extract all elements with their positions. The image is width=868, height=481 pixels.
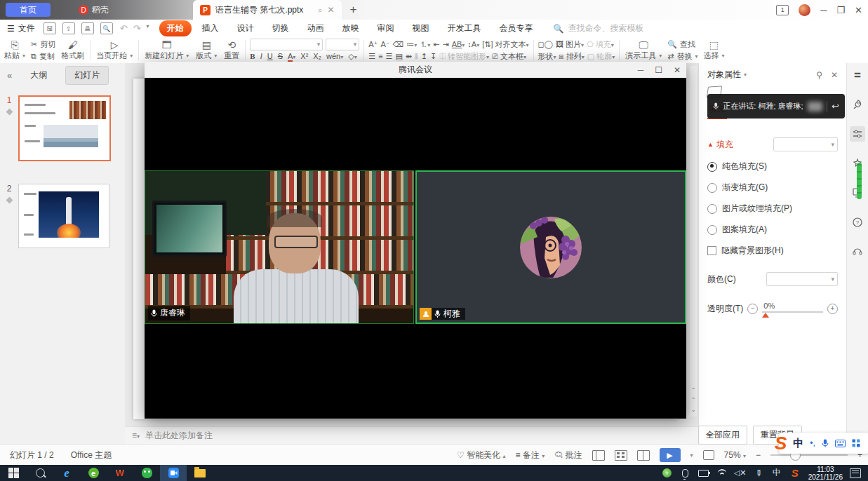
align-right-icon[interactable]: ☰: [386, 52, 393, 61]
zoom-out-button[interactable]: −: [756, 450, 761, 460]
shapes-button[interactable]: 形状▾: [538, 51, 556, 62]
shrink-font-icon[interactable]: A⁻: [380, 40, 389, 49]
arrange-button[interactable]: ⧈ 排列▾: [559, 51, 585, 62]
tray-ime-mode[interactable]: 中: [768, 465, 786, 481]
tray-battery-icon[interactable]: [695, 465, 713, 481]
tray-pen-icon[interactable]: ✎: [749, 465, 768, 481]
window-count-badge[interactable]: 1: [776, 5, 789, 15]
option-pattern-fill[interactable]: 图案填充(A): [707, 224, 838, 236]
tab-pin-icon[interactable]: ⌕: [318, 6, 322, 15]
taskbar-search-icon[interactable]: [27, 465, 53, 481]
new-slide-button[interactable]: 🗔 新建幻灯片▾: [143, 39, 190, 62]
font-size-dropdown[interactable]: ▾: [326, 39, 359, 50]
tab-design[interactable]: 设计: [229, 20, 262, 36]
collapse-arrow-icon[interactable]: ↩: [832, 101, 839, 111]
option-gradient-fill[interactable]: 渐变填充(G): [707, 182, 838, 194]
taskbar-clock[interactable]: 11:03 2021/11/26: [804, 466, 847, 481]
play-options-caret-icon[interactable]: ▾: [690, 452, 693, 459]
font-color-button[interactable]: A▾: [288, 52, 295, 60]
copy-button[interactable]: ⧉复制: [31, 50, 55, 62]
zoom-slider[interactable]: [770, 454, 848, 456]
file-explorer-icon[interactable]: [187, 465, 213, 481]
meeting-title-bar[interactable]: 腾讯会议 ─ ☐ ✕: [145, 62, 686, 78]
slideshow-play-button[interactable]: ▶: [660, 448, 681, 462]
sogou-logo-icon[interactable]: S: [775, 436, 787, 450]
play-from-current-button[interactable]: ▷ 当页开始▾: [95, 39, 134, 62]
beautify-button[interactable]: ♡ 智能美化 ▴: [457, 449, 505, 461]
tab-review[interactable]: 审阅: [370, 20, 402, 36]
scroll-up-icon[interactable]: ⌃: [690, 387, 697, 393]
panel-close-icon[interactable]: ✕: [831, 70, 838, 80]
toolbox-icon[interactable]: [852, 439, 860, 447]
browser-360-icon[interactable]: e: [80, 465, 107, 481]
fill-preset-dropdown[interactable]: ▾: [773, 137, 838, 151]
cut-button[interactable]: ✂剪切: [31, 39, 55, 50]
customer-service-icon[interactable]: [850, 244, 865, 259]
reset-button[interactable]: ⟲ 重置: [222, 39, 241, 62]
account-avatar[interactable]: [799, 4, 810, 16]
comments-button[interactable]: 🗬 批注: [554, 449, 582, 461]
scroll-prev-icon[interactable]: ⌃: [690, 397, 697, 403]
columns-icon[interactable]: ⫴: [415, 52, 418, 61]
sogou-input-bar[interactable]: S 中 •,: [779, 433, 868, 454]
line-spacing-icon[interactable]: ↕A▾: [467, 40, 479, 48]
apply-all-button[interactable]: 全部应用: [698, 426, 747, 445]
para-up-icon[interactable]: ↥: [421, 52, 427, 61]
option-picture-fill[interactable]: 图片或纹理填充(P): [707, 203, 838, 215]
notes-toggle-button[interactable]: ≡ 备注 ▾: [516, 449, 545, 461]
clear-format-icon[interactable]: ⌫: [393, 40, 404, 49]
tab-member[interactable]: 会员专享: [492, 20, 541, 36]
new-tab-button[interactable]: +: [350, 3, 357, 17]
text-box-button[interactable]: ⎚ 文本框▾: [492, 51, 526, 62]
reading-view-icon[interactable]: [637, 450, 650, 461]
tab-start[interactable]: 开始: [159, 20, 192, 36]
present-tools-button[interactable]: 🖵 演示工具▾: [624, 39, 663, 62]
fill-button[interactable]: ⬠ 填充▾: [587, 39, 614, 50]
justify-icon[interactable]: ▤: [395, 52, 402, 61]
pinyin-button[interactable]: wén▾: [326, 52, 343, 60]
tab-docer[interactable]: D 稻壳: [79, 4, 109, 16]
more-caret-icon[interactable]: ▾: [147, 23, 149, 34]
canvas-scrollbar[interactable]: ⌃ ⌃ ⌄: [690, 66, 697, 416]
transparency-plus-button[interactable]: +: [827, 304, 838, 314]
close-button[interactable]: ✕: [855, 5, 862, 15]
tray-wifi-icon[interactable]: [713, 465, 731, 481]
drag-handle-icon[interactable]: 〓: [850, 67, 865, 83]
tab-slides[interactable]: 幻灯片: [65, 66, 109, 85]
align-text-button[interactable]: [⇅] 对齐文本▾: [482, 39, 528, 50]
tray-volume-muted-icon[interactable]: ◁✕: [731, 465, 749, 481]
print-icon[interactable]: 🖶: [81, 22, 94, 34]
tab-insert[interactable]: 插入: [194, 20, 227, 36]
collapse-panel-icon[interactable]: «: [7, 70, 12, 81]
section-collapse-icon[interactable]: ▲: [707, 141, 714, 148]
export-icon[interactable]: ⇪: [62, 22, 75, 34]
restore-button[interactable]: ❐: [836, 5, 845, 15]
tray-360-icon[interactable]: +: [658, 465, 676, 481]
start-button[interactable]: [0, 465, 27, 481]
bullets-icon[interactable]: ≔▾: [406, 40, 417, 49]
slide-thumbnail-1[interactable]: [18, 95, 111, 161]
tencent-meeting-window[interactable]: 腾讯会议 ─ ☐ ✕: [145, 62, 686, 419]
tab-close-icon[interactable]: ✕: [328, 5, 335, 15]
underline-button[interactable]: U: [267, 52, 273, 60]
panel-title-caret-icon[interactable]: ▾: [744, 72, 747, 78]
decrease-indent-icon[interactable]: ⇤: [433, 40, 439, 49]
tab-document[interactable]: P 语言生辅导 第七次.pptx ⌕ ✕: [193, 0, 342, 20]
wps-icon[interactable]: W: [107, 465, 133, 481]
outline-button[interactable]: ▢ 轮廓▾: [587, 51, 615, 62]
italic-button[interactable]: I: [260, 52, 262, 60]
tab-view[interactable]: 视图: [405, 20, 437, 36]
increase-indent-icon[interactable]: ⇥: [442, 40, 448, 49]
char-spacing-icon[interactable]: AB▾: [452, 40, 465, 48]
strike-button[interactable]: S: [278, 52, 283, 60]
select-button[interactable]: ⬚ 选择▾: [702, 39, 726, 62]
speaking-indicator-overlay[interactable]: 正在讲话: 柯雅; 唐睿琳; ↩: [707, 94, 845, 118]
tab-slideshow[interactable]: 放映: [335, 20, 367, 36]
find-button[interactable]: 🔍查找: [667, 39, 697, 50]
redo-icon[interactable]: ↷: [133, 23, 141, 34]
picture-button[interactable]: 🖼 图片▾: [556, 39, 584, 50]
action-center-icon[interactable]: [850, 468, 861, 478]
notes-bar[interactable]: ≡▾ 单击此处添加备注: [125, 426, 698, 444]
video-feed-ke[interactable]: 柯雅: [415, 170, 686, 324]
color-dropdown[interactable]: ▾: [766, 272, 838, 286]
